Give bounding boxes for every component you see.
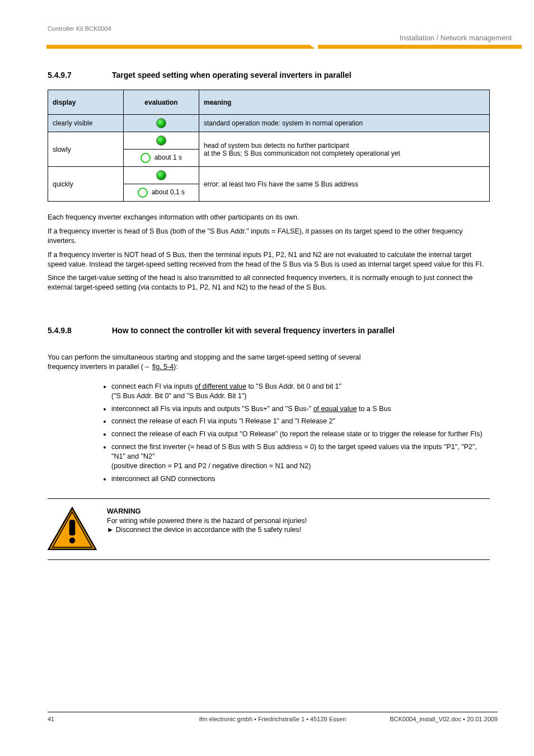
warning-text: WARNING For wiring while powered there i… <box>107 507 307 535</box>
text: (positive direction = P1 and P2 / negati… <box>111 462 311 470</box>
cell: head of system bus detects no further pa… <box>199 132 490 167</box>
cell <box>124 132 199 150</box>
led-off-icon <box>140 153 151 163</box>
para: frequency inverters in parallel (→ fig. … <box>48 362 490 372</box>
section-number: 5.4.9.7 <box>48 71 72 80</box>
text-underline: of equal value <box>313 405 357 413</box>
list-item: connect the release of each FI via outpu… <box>111 430 490 439</box>
warning-line: ► Disconnect the device in accordance wi… <box>107 525 307 535</box>
cell: slowly <box>48 132 124 167</box>
footer-company: ifm electronic gmbh • Friedrichstraße 1 … <box>199 716 346 722</box>
footer: 41 ifm electronic gmbh • Friedrichstraße… <box>48 712 498 722</box>
header-left: Controller Kit BCK0004 <box>48 25 111 32</box>
table-row: slowly head of system bus detects no fur… <box>48 132 490 150</box>
cell: clearly visible <box>48 115 124 132</box>
warning-line: For wiring while powered there is the ha… <box>107 516 307 526</box>
cell-text: slowly <box>53 146 71 153</box>
cell: error: at least two FIs have the same S … <box>199 167 490 202</box>
cell-text: about 0,1 s <box>152 188 185 196</box>
text: ): <box>174 363 178 371</box>
text: connect the release of each FI via input… <box>111 417 335 425</box>
text-underline: of different value <box>195 382 246 390</box>
cell: quickly <box>48 167 124 202</box>
th-display: display <box>48 90 124 115</box>
section-title: Target speed setting when operating seve… <box>112 71 352 80</box>
text: connect the release of each FI via outpu… <box>111 430 483 438</box>
bullet-list: connect each FI via inputs of different … <box>92 382 490 484</box>
led-on-icon <box>156 170 166 180</box>
svg-rect-2 <box>69 520 76 535</box>
list-item: connect each FI via inputs of different … <box>111 382 490 401</box>
warning-block: WARNING For wiring while powered there i… <box>48 499 490 559</box>
th-meaning: meaning <box>199 90 490 115</box>
top-rule <box>46 45 534 50</box>
list-item: connect the first inverter (= head of S … <box>111 442 490 471</box>
fig-link[interactable]: fig. 5-4 <box>152 363 174 371</box>
section-title: How to connect the controller kit with s… <box>112 326 470 335</box>
list-item: interconnect all GND connections <box>111 474 490 484</box>
led-on-icon <box>156 136 166 146</box>
svg-point-3 <box>69 537 76 543</box>
cell-text: at the S Bus; S Bus communication not co… <box>204 150 400 157</box>
led-off-icon <box>138 188 148 198</box>
para: Since the target-value setting of the he… <box>48 273 490 292</box>
cell <box>124 115 199 132</box>
text: frequency inverters in parallel (→ <box>48 363 152 371</box>
text: to a S Bus <box>357 405 391 413</box>
text: to "S Bus Addr. bit 0 and bit 1" <box>246 382 341 390</box>
text: interconnect all FIs via inputs and outp… <box>111 405 313 413</box>
para: You can perform the simultaneous startin… <box>48 353 490 362</box>
cell-text: quickly <box>53 180 73 188</box>
list-item: interconnect all FIs via inputs and outp… <box>111 404 490 414</box>
cell: about 0,1 s <box>124 184 199 202</box>
cell-text: about 1 s <box>154 153 182 161</box>
status-table: display evaluation meaning clearly visib… <box>48 90 490 202</box>
paragraph: You can perform the simultaneous startin… <box>48 353 490 560</box>
cell-text: head of system bus detects no further pa… <box>204 142 349 150</box>
table-row: quickly error: at least two FIs have the… <box>48 167 490 184</box>
led-on-icon <box>156 118 166 128</box>
th-eval: evaluation <box>124 90 199 115</box>
table-row: clearly visible standard operation mode:… <box>48 115 490 132</box>
cell-text: error: at least two FIs have the same S … <box>204 180 358 188</box>
warning-icon <box>48 507 97 550</box>
text: interconnect all GND connections <box>111 475 216 483</box>
header-right: Installation / Network management <box>400 34 512 42</box>
page-number: 41 <box>48 716 54 722</box>
cell <box>124 167 199 184</box>
cell: standard operation mode: system in norma… <box>199 115 490 132</box>
text: connect the first inverter (= head of S … <box>111 443 477 460</box>
text: connect each FI via inputs <box>111 382 195 390</box>
para: If a frequency inverter is NOT head of S… <box>48 250 490 269</box>
para: If a frequency inverter is head of S Bus… <box>48 227 490 246</box>
list-item: connect the release of each FI via input… <box>111 417 490 426</box>
footer-docinfo: BCK0004_install_V02.doc • 20.01.2009 <box>390 716 498 722</box>
para: Each frequency inverter exchanges inform… <box>48 213 490 222</box>
section-number: 5.4.9.8 <box>48 326 72 335</box>
warning-heading: WARNING <box>107 507 140 515</box>
paragraph: Each frequency inverter exchanges inform… <box>48 213 490 292</box>
text: ("S Bus Addr. Bit 0" and "S Bus Addr. Bi… <box>111 392 247 400</box>
divider <box>48 559 490 560</box>
cell: about 1 s <box>124 150 199 167</box>
